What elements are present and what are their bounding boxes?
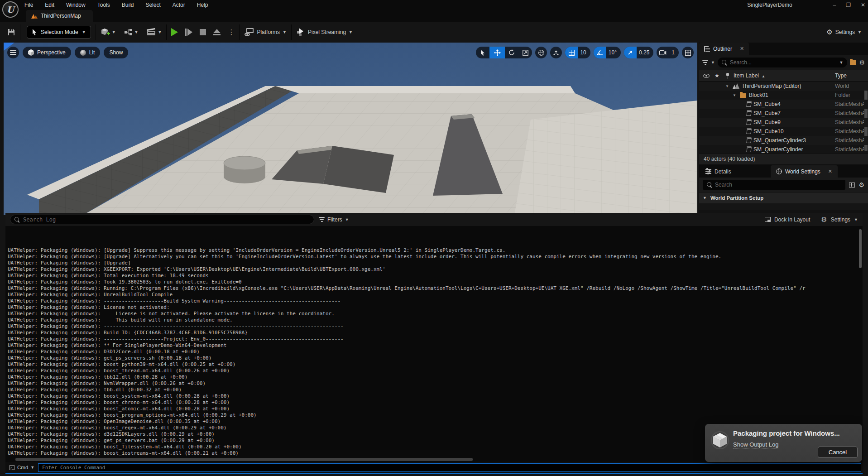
menu-item[interactable]: Edit: [45, 2, 54, 8]
cmd-dropdown[interactable]: >_ Cmd ▼: [9, 465, 34, 470]
log-lines[interactable]: UATHelper: Packaging (Windows): [Upgrade…: [5, 226, 863, 457]
add-actor-dropdown[interactable]: ▼: [101, 27, 116, 37]
pixel-streaming-dropdown[interactable]: Pixel Streaming ▼: [296, 28, 353, 37]
outliner-row[interactable]: SM_Cube9 StaticMeshA: [699, 118, 868, 127]
viewport-3d-scene: [4, 43, 697, 215]
outliner-row[interactable]: ▼ Block01 Folder: [699, 91, 868, 100]
camera-speed-value[interactable]: 1: [669, 47, 679, 58]
world-local-space-button[interactable]: [535, 47, 547, 58]
tab-thirdpersonmap[interactable]: ThirdPersonMap: [26, 10, 93, 22]
console-command-input[interactable]: [38, 463, 861, 472]
outliner-column-header: ★ Item Label▲ Type: [699, 70, 868, 82]
actor-type: StaticMeshA: [835, 146, 864, 153]
expand-chevron-icon[interactable]: ▼: [733, 93, 737, 97]
rotation-snap-value[interactable]: 10°: [606, 47, 621, 58]
perspective-dropdown[interactable]: Perspective: [23, 47, 71, 58]
rotate-tool-button[interactable]: [505, 47, 518, 58]
log-search-input[interactable]: [23, 216, 310, 223]
outliner-row[interactable]: SM_QuarterCylinder StaticMeshA: [699, 145, 868, 153]
log-search[interactable]: [10, 215, 314, 224]
expand-chevron-icon[interactable]: ▼: [725, 84, 730, 88]
eject-button[interactable]: [213, 29, 221, 35]
unreal-logo-icon[interactable]: U: [2, 1, 19, 18]
outliner-row[interactable]: SM_QuarterCylinder3 StaticMeshA: [699, 136, 868, 145]
gear-icon[interactable]: ⚙: [858, 181, 864, 188]
hamburger-icon: [10, 50, 16, 55]
grid-snap-toggle[interactable]: [565, 47, 578, 58]
scale-tool-button[interactable]: [518, 47, 532, 58]
camera-speed-button[interactable]: [657, 47, 669, 58]
menu-item[interactable]: Window: [66, 2, 86, 8]
level-viewport[interactable]: Perspective Lit Show: [4, 43, 697, 215]
maximize-button[interactable]: ❐: [846, 2, 851, 8]
pin-icon[interactable]: [726, 73, 729, 79]
world-settings-search[interactable]: [703, 180, 845, 190]
world-partition-setup-section[interactable]: ▼ World Partition Setup: [699, 192, 868, 203]
scale-snap-toggle[interactable]: [624, 47, 637, 58]
skip-frame-button[interactable]: [185, 29, 192, 36]
minimize-button[interactable]: –: [833, 2, 836, 8]
log-filters-dropdown[interactable]: Filters ▼: [319, 216, 349, 223]
outliner-row[interactable]: SM_Cube10 StaticMeshA: [699, 127, 868, 136]
outliner-toolbar: ▼ ▼ ⚙: [699, 55, 868, 70]
create-folder-icon[interactable]: [850, 60, 856, 65]
close-icon[interactable]: ✕: [828, 168, 832, 174]
outliner-row[interactable]: SM_Cube4 StaticMeshA: [699, 100, 868, 109]
details-tab-row: Details World Settings ✕: [699, 165, 868, 178]
rotation-snap-toggle[interactable]: [594, 47, 606, 58]
blueprints-dropdown[interactable]: ▼: [124, 28, 139, 36]
stop-button[interactable]: [200, 29, 206, 35]
viewport-options-menu[interactable]: [7, 47, 19, 58]
show-dropdown[interactable]: Show: [104, 47, 128, 58]
log-vertical-scrollbar[interactable]: [859, 229, 862, 268]
tab-world-settings[interactable]: World Settings ✕: [771, 165, 838, 178]
grid-snap-value[interactable]: 10: [578, 47, 590, 58]
favorite-star-icon[interactable]: ★: [715, 72, 719, 79]
chevron-down-icon[interactable]: ▼: [839, 60, 844, 65]
save-icon[interactable]: [7, 28, 15, 36]
tab-outliner[interactable]: Outliner ✕: [699, 43, 749, 55]
platforms-dropdown[interactable]: Platforms ▼: [244, 28, 287, 37]
menu-item[interactable]: Build: [122, 2, 134, 8]
gear-icon[interactable]: ⚙: [859, 59, 865, 66]
outliner-search-input[interactable]: [730, 59, 837, 66]
transform-tools: [476, 47, 532, 58]
filter-icon[interactable]: [702, 60, 708, 65]
surface-snapping-button[interactable]: [550, 47, 562, 58]
show-output-log-link[interactable]: Show Output Log: [733, 441, 778, 448]
menu-item[interactable]: Select: [145, 2, 160, 8]
visibility-eye-icon[interactable]: [703, 74, 710, 78]
column-item-label[interactable]: Item Label▲: [734, 72, 765, 79]
play-options-kebab-icon[interactable]: ⋮: [228, 28, 235, 36]
actor-type-icon: [733, 83, 739, 89]
dock-in-layout-button[interactable]: Dock in Layout: [774, 216, 810, 223]
column-type[interactable]: Type: [835, 72, 847, 79]
menu-item[interactable]: Actor: [173, 2, 185, 8]
cancel-button[interactable]: Cancel: [818, 447, 858, 458]
display-options-icon[interactable]: [849, 183, 855, 188]
log-horizontal-scrollbar-thumb[interactable]: [15, 458, 473, 461]
lit-mode-dropdown[interactable]: Lit: [75, 47, 101, 58]
chevron-down-icon[interactable]: ▼: [711, 60, 715, 65]
outliner-row[interactable]: ▼ ThirdPersonMap (Editor) World: [699, 82, 868, 91]
scale-snap-value[interactable]: 0.25: [637, 47, 653, 58]
selection-mode-dropdown[interactable]: Selection Mode ▼: [27, 26, 91, 38]
close-button[interactable]: ✕: [861, 2, 865, 8]
outliner-row[interactable]: SM_Cube7 StaticMeshA: [699, 109, 868, 118]
maximize-viewport-button[interactable]: [682, 47, 694, 58]
play-button[interactable]: [171, 28, 178, 36]
menu-item[interactable]: Help: [197, 2, 208, 8]
move-tool-button[interactable]: [489, 47, 505, 58]
outliner-search[interactable]: ▼: [718, 58, 848, 67]
select-tool-button[interactable]: [476, 47, 489, 58]
log-settings-dropdown[interactable]: Settings: [831, 216, 850, 223]
toolbar-settings-dropdown[interactable]: ⚙ Settings ▼: [826, 22, 862, 43]
unreal-editor-window: { "titlebar": { "title": "SinglePlayerDe…: [0, 0, 868, 476]
world-settings-search-input[interactable]: [715, 182, 841, 188]
menu-item[interactable]: File: [24, 2, 33, 8]
cinematics-dropdown[interactable]: ▼: [146, 28, 162, 36]
toolbar-separator: [291, 24, 292, 40]
tab-details[interactable]: Details: [700, 165, 737, 178]
close-icon[interactable]: ✕: [740, 46, 744, 52]
menu-item[interactable]: Tools: [97, 2, 110, 8]
